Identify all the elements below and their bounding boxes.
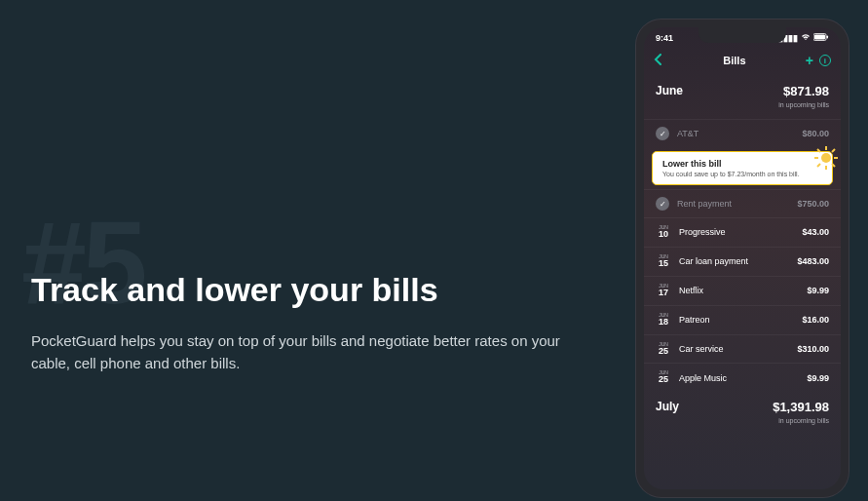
bill-name: Netflix (679, 286, 703, 295)
bill-name: Progressive (679, 227, 726, 237)
month-total-amount: $871.98 (778, 84, 829, 98)
bill-row[interactable]: Jun 10 Progressive $43.00 (644, 217, 841, 247)
add-button[interactable]: + (806, 53, 813, 68)
callout-sub: You could save up to $7.23/month on this… (662, 171, 822, 177)
month-total-sub: in upcoming bills (778, 101, 829, 108)
bill-row[interactable]: Jun 25 Apple Music $9.99 (644, 363, 841, 392)
bill-amount: $310.00 (797, 344, 829, 354)
month-label: July (656, 400, 679, 413)
svg-rect-1 (814, 35, 825, 40)
svg-line-9 (832, 164, 835, 167)
lower-bill-callout[interactable]: Lower this bill You could save up to $7.… (652, 151, 833, 185)
month-total-amount: $1,391.98 (773, 400, 829, 414)
month-header-june: June $871.98 in upcoming bills (644, 76, 841, 119)
bill-date: Jun 10 (656, 225, 671, 240)
check-icon: ✓ (656, 127, 669, 140)
back-button[interactable] (654, 53, 663, 68)
month-label: June (656, 84, 683, 97)
bill-amount: $16.00 (802, 315, 829, 325)
screen-title: Bills (723, 55, 745, 66)
svg-line-11 (832, 149, 835, 152)
bill-amount: $483.00 (797, 256, 829, 266)
bill-name: Car service (679, 344, 724, 354)
bill-name: Apple Music (679, 373, 727, 383)
hero-headline: Track and lower your bills (31, 271, 577, 309)
svg-line-10 (817, 164, 820, 167)
bill-date: Jun 25 (656, 370, 671, 385)
hero-description: PocketGuard helps you stay on top of you… (31, 330, 577, 374)
bill-date: Jun 17 (656, 284, 671, 298)
bill-amount: $750.00 (797, 199, 829, 209)
bill-date: Jun 15 (656, 254, 671, 269)
status-time: 9:41 (656, 33, 673, 43)
callout-title: Lower this bill (662, 159, 822, 169)
bill-row[interactable]: ✓ AT&T $80.00 (644, 119, 841, 147)
bill-date: Jun 18 (656, 313, 671, 328)
svg-rect-2 (827, 36, 829, 39)
bill-date: Jun 25 (656, 342, 671, 357)
bill-row[interactable]: ✓ Rent payment $750.00 (644, 189, 841, 217)
check-icon: ✓ (656, 197, 669, 211)
battery-icon (813, 33, 829, 43)
bill-amount: $80.00 (802, 129, 829, 138)
bill-name: Patreon (679, 315, 710, 325)
bill-name: AT&T (677, 129, 698, 138)
hero-text: Track and lower your bills PocketGuard h… (31, 271, 577, 374)
sun-icon (814, 146, 838, 170)
svg-point-3 (821, 153, 831, 163)
bill-name: Car loan payment (679, 256, 748, 266)
bill-row[interactable]: Jun 17 Netflix $9.99 (644, 276, 841, 305)
wifi-icon (801, 33, 811, 43)
month-header-july: July $1,391.98 in upcoming bills (644, 392, 841, 435)
bill-row[interactable]: Jun 25 Car service $310.00 (644, 334, 841, 364)
phone-notch (698, 27, 786, 43)
bill-amount: $43.00 (802, 227, 829, 237)
info-button[interactable]: i (819, 55, 831, 66)
bill-row[interactable]: Jun 15 Car loan payment $483.00 (644, 247, 841, 276)
phone-frame: 9:41 ▮▮▮▮ Bills + i June (636, 19, 849, 497)
bill-name: Rent payment (677, 199, 732, 209)
bill-amount: $9.99 (807, 286, 829, 295)
bill-amount: $9.99 (807, 373, 829, 383)
phone-screen: 9:41 ▮▮▮▮ Bills + i June (644, 27, 841, 489)
bill-row[interactable]: Jun 18 Patreon $16.00 (644, 305, 841, 334)
app-topbar: Bills + i (644, 43, 841, 76)
month-total-sub: in upcoming bills (778, 417, 829, 424)
svg-line-8 (817, 149, 820, 152)
